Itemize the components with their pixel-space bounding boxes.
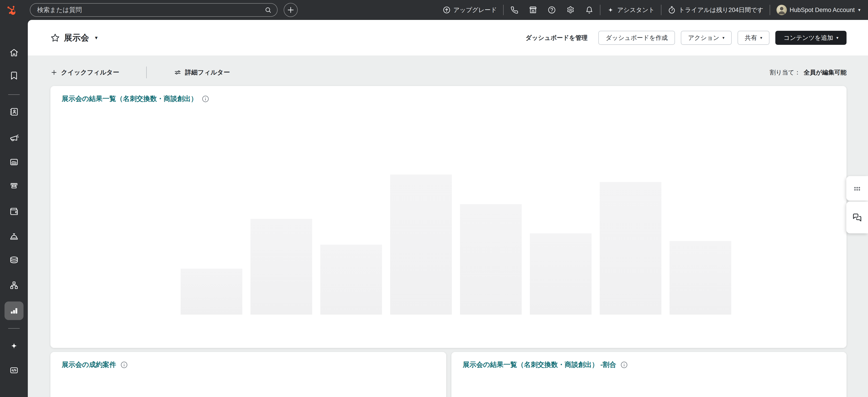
search-icon[interactable] [265,6,272,13]
assignment-status: 割り当て： 全員が編集可能 [770,68,846,77]
global-search [30,3,278,17]
divider [770,5,770,15]
skeleton-bar [250,219,312,315]
sidebar-divider [8,94,20,95]
calling-button[interactable] [510,6,519,14]
card-title-row: 展示会の結果一覧（名刺交換数・商談創出） [51,86,846,104]
skeleton-bar [670,241,731,315]
quick-filter-button[interactable]: クイックフィルター [51,68,119,77]
sidebar-item-crm[interactable] [0,107,28,117]
sparkle-icon [9,341,19,351]
sidebar-divider [8,328,20,329]
skeleton-bar [320,245,382,315]
workflow-org-icon [9,281,19,290]
help-button[interactable] [548,6,556,14]
manage-dashboards-link[interactable]: ダッシュボードを管理 [526,34,587,42]
info-icon[interactable] [620,361,628,369]
trial-timer-icon [668,6,676,14]
search-input[interactable] [30,3,278,17]
sidebar-item-developer[interactable] [0,366,28,375]
hubspot-logo[interactable] [6,4,17,16]
sidebar-item-home[interactable] [0,48,28,57]
card-title[interactable]: 展示会の結果一覧（名刺交換数・商談創出） -割合 [463,360,616,369]
share-button[interactable]: 共有 ▾ [738,31,770,45]
marketplace-button[interactable] [529,6,537,14]
sidebar-item-service[interactable] [0,231,28,241]
assignment-label: 割り当て： [770,68,800,77]
upgrade-label: アップグレード [454,6,497,14]
home-icon [9,48,19,57]
contacts-book-icon [9,107,19,117]
wallet-icon [9,207,19,217]
sidebar-item-marketing[interactable] [0,133,28,143]
cash-register-icon [9,181,19,191]
card-title-row: 展示会の成約案件 [51,352,446,369]
divider [600,5,600,15]
sidebar-item-commerce[interactable] [0,181,28,191]
code-box-icon [9,366,19,375]
divider [661,5,661,15]
sidebar-item-content[interactable] [0,157,28,167]
account-menu[interactable]: HubSpot Demo Account ▼ [776,5,861,15]
sidebar-item-automations[interactable] [0,281,28,290]
card-title[interactable]: 展示会の成約案件 [62,360,116,369]
grid-dots-button[interactable] [846,176,868,201]
upgrade-button[interactable]: アップグレード [442,6,497,14]
utility-icons [510,6,594,14]
advanced-filter-button[interactable]: 詳細フィルター [174,68,230,77]
info-icon[interactable] [202,95,209,103]
assistant-button[interactable]: アシスタント [607,6,655,14]
favorite-star-icon[interactable] [51,33,60,42]
divider [146,66,147,78]
caret-down-icon: ▾ [760,36,762,40]
skeleton-bar [600,182,661,315]
comments-button[interactable] [846,201,868,233]
sidebar-item-data[interactable] [0,255,28,265]
skeleton-bar [530,233,592,315]
report-card-closed-deals: 展示会の成約案件 [51,352,446,397]
title-caret-down-icon[interactable]: ▼ [94,35,98,40]
bookmark-icon [9,71,19,80]
dashboard-header: 展示会 ▼ ダッシュボードを管理 ダッシュボードを作成 アクション ▾ 共有 ▾… [28,20,868,55]
card-title-row: 展示会の結果一覧（名刺交換数・商談創出） -割合 [452,352,846,369]
filter-bar: クイックフィルター 詳細フィルター 割り当て： 全員が編集可能 [51,66,846,79]
actions-button[interactable]: アクション ▾ [681,31,732,45]
plus-icon [51,69,58,76]
sidebar-item-bookmarks[interactable] [0,71,28,80]
card-title[interactable]: 展示会の結果一覧（名刺交換数・商談創出） [62,94,197,104]
skeleton-bar [390,174,452,315]
sliders-filter-icon [174,68,182,76]
floating-side-panel [846,176,868,233]
grid-dots-icon [852,183,862,194]
sidebar-item-reporting[interactable] [0,306,28,315]
sidebar-item-payments[interactable] [0,207,28,217]
sparkle-icon [607,6,614,14]
report-card-main-chart: 展示会の結果一覧（名刺交換数・商談創出） [51,86,846,348]
notifications-bell-button[interactable] [585,6,594,14]
add-content-button[interactable]: コンテンツを追加 ▾ [775,31,846,45]
report-card-ratio-chart: 展示会の結果一覧（名刺交換数・商談創出） -割合 [452,352,846,397]
main-content: 展示会 ▼ ダッシュボードを管理 ダッシュボードを作成 アクション ▾ 共有 ▾… [28,20,868,397]
skeleton-bar [460,204,522,315]
caret-down-icon: ▾ [722,36,724,40]
avatar [776,5,787,15]
database-icon [9,255,19,265]
create-dashboard-button[interactable]: ダッシュボードを作成 [598,31,675,45]
settings-gear-button[interactable] [566,6,575,14]
assistant-label: アシスタント [617,6,655,14]
header-actions: ダッシュボードを管理 ダッシュボードを作成 アクション ▾ 共有 ▾ コンテンツ… [526,31,846,45]
comments-icon [852,212,862,223]
page-title: 展示会 [64,32,89,44]
create-plus-button[interactable] [284,3,298,17]
bar-chart-icon [9,306,19,315]
caret-down-icon: ▼ [857,8,861,12]
dashboard-title-group: 展示会 ▼ [51,32,98,44]
divider [503,5,504,15]
top-navigation-bar: アップグレード [0,0,868,20]
dashboard-body: クイックフィルター 詳細フィルター 割り当て： 全員が編集可能 展示会の結果一覧… [28,55,868,397]
sidebar-item-ai[interactable] [0,341,28,351]
info-icon[interactable] [120,361,128,369]
upgrade-circle-arrow-icon [442,6,451,14]
assignment-value[interactable]: 全員が編集可能 [804,68,846,77]
trial-status[interactable]: トライアルは残り204日間です [668,6,763,14]
